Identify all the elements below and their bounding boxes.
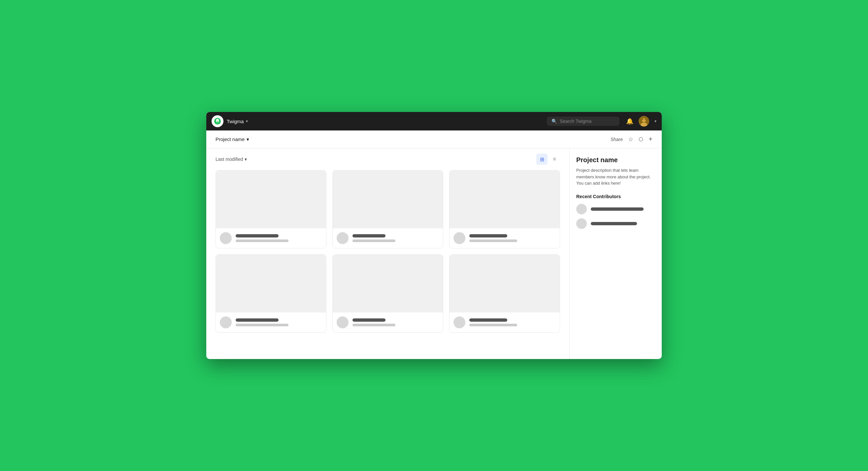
user-menu-chevron[interactable]: ▾ [654, 119, 656, 123]
card-subtitle-bar [236, 324, 288, 326]
card-info [352, 318, 395, 326]
card-title-bar [469, 234, 507, 237]
contributor-name-bar [591, 207, 644, 211]
svg-point-5 [645, 119, 646, 120]
list-icon: ≡ [553, 156, 556, 162]
card-info [469, 318, 517, 326]
topbar-icons: 🔔 ▾ [626, 116, 656, 126]
card-title-bar [352, 318, 385, 322]
card-thumbnail [333, 255, 443, 313]
search-icon: 🔍 [552, 119, 557, 124]
card-title-bar [352, 234, 385, 237]
card-footer [333, 228, 443, 248]
card-avatar [337, 317, 348, 328]
file-card[interactable] [449, 254, 560, 333]
contributor-row [576, 204, 655, 214]
export-icon: ⬡ [639, 136, 643, 142]
card-thumbnail [450, 255, 560, 313]
card-title-bar [236, 234, 279, 237]
notification-icon[interactable]: 🔔 [626, 118, 633, 125]
star-icon: ☆ [628, 136, 633, 143]
sort-chevron: ▾ [245, 156, 247, 162]
card-subtitle-bar [352, 239, 395, 242]
card-avatar [337, 232, 348, 244]
project-name-button[interactable]: Project name ▾ [216, 137, 249, 142]
contributor-avatar [576, 204, 587, 214]
project-sidebar: Project name Project description that le… [569, 148, 662, 359]
export-button[interactable]: ⬡ [639, 136, 643, 142]
app-name-chevron[interactable]: ▾ [246, 119, 248, 123]
svg-point-2 [642, 118, 646, 122]
card-avatar [454, 317, 465, 328]
contributor-name-bar [591, 222, 637, 225]
card-grid [206, 170, 569, 342]
card-thumbnail [450, 171, 560, 228]
card-thumbnail [216, 255, 326, 313]
search-placeholder: Search Twigma [560, 119, 591, 124]
sort-label: Last modified [216, 156, 243, 162]
project-name-chevron: ▾ [247, 137, 249, 142]
file-card[interactable] [449, 170, 560, 248]
contributor-row [576, 218, 655, 229]
content-area: Last modified ▾ ⊞ ≡ [206, 148, 569, 359]
card-avatar [220, 317, 232, 328]
card-avatar [454, 232, 465, 244]
app-name: Twigma [227, 119, 244, 124]
add-button[interactable]: + [649, 136, 652, 143]
subheader: Project name ▾ Share ☆ ⬡ + [206, 130, 662, 148]
card-info [236, 234, 288, 242]
list-view-button[interactable]: ≡ [549, 154, 560, 165]
toolbar: Last modified ▾ ⊞ ≡ [206, 148, 569, 170]
contributors-title: Recent Contributors [576, 194, 655, 199]
card-footer [216, 313, 326, 332]
grid-icon: ⊞ [540, 156, 544, 163]
subheader-actions: Share ☆ ⬡ + [611, 136, 652, 143]
card-subtitle-bar [469, 239, 517, 242]
card-thumbnail [216, 171, 326, 228]
sidebar-project-title: Project name [576, 156, 655, 164]
card-subtitle-bar [236, 239, 288, 242]
card-info [352, 234, 395, 242]
svg-point-4 [642, 119, 643, 120]
file-card[interactable] [216, 170, 327, 248]
card-subtitle-bar [469, 324, 517, 326]
card-subtitle-bar [352, 324, 395, 326]
card-info [469, 234, 517, 242]
file-card[interactable] [332, 254, 443, 333]
user-avatar[interactable] [639, 116, 649, 126]
file-card[interactable] [332, 170, 443, 248]
file-card[interactable] [216, 254, 327, 333]
card-avatar [220, 232, 232, 244]
grid-view-button[interactable]: ⊞ [536, 154, 548, 165]
app-logo [212, 115, 223, 127]
share-button[interactable]: Share [611, 137, 623, 142]
sort-button[interactable]: Last modified ▾ [216, 156, 247, 162]
project-name-label: Project name [216, 137, 245, 142]
contributor-avatar [576, 218, 587, 229]
app-window: Twigma ▾ 🔍 Search Twigma 🔔 ▾ [206, 112, 662, 359]
card-footer [216, 228, 326, 248]
star-button[interactable]: ☆ [628, 136, 633, 143]
card-footer [333, 313, 443, 332]
card-title-bar [236, 318, 279, 322]
sidebar-description: Project description that lets team membe… [576, 167, 655, 187]
view-toggle: ⊞ ≡ [536, 154, 560, 165]
card-thumbnail [333, 171, 443, 228]
card-footer [450, 228, 560, 248]
card-title-bar [469, 318, 507, 322]
search-bar[interactable]: 🔍 Search Twigma [547, 117, 619, 126]
add-icon: + [649, 136, 652, 143]
main-content: Last modified ▾ ⊞ ≡ [206, 148, 662, 359]
card-info [236, 318, 288, 326]
topbar: Twigma ▾ 🔍 Search Twigma 🔔 ▾ [206, 112, 662, 130]
card-footer [450, 313, 560, 332]
